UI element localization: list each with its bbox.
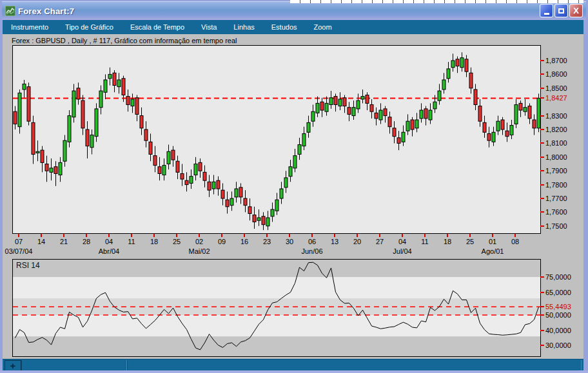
- close-button[interactable]: X: [569, 4, 583, 17]
- price-axis-label: 1,7900: [545, 167, 567, 175]
- price-axis-tick: [540, 142, 544, 144]
- price-axis-tick: [540, 129, 544, 130]
- restore-button[interactable]: [554, 4, 568, 17]
- price-axis-label: 50,0000: [545, 311, 571, 319]
- price-axis-label: 1,7700: [545, 195, 567, 202]
- menu-item-linhas[interactable]: Linhas: [225, 19, 262, 34]
- menu-item-tipo-de-grafico[interactable]: Tipo de Gráfico: [57, 19, 122, 34]
- candle-up: [212, 182, 215, 189]
- date-axis-tick: [424, 234, 426, 237]
- background-window-edge: [290, 0, 583, 3]
- price-axis-label: 1,8700: [545, 57, 567, 64]
- candle-up: [447, 69, 450, 79]
- candle-up: [99, 91, 103, 108]
- price-axis-label: 1,8427: [545, 94, 567, 102]
- date-axis-label: 04: [395, 238, 410, 245]
- price-axis-tick: [540, 115, 544, 117]
- candle-down: [158, 167, 161, 174]
- price-axis-label: 1,7600: [545, 208, 567, 216]
- candle-down: [140, 116, 143, 128]
- horizontal-scroll-track[interactable]: [127, 360, 582, 370]
- chart-line-icon[interactable]: [5, 6, 15, 16]
- minimize-button[interactable]: [540, 4, 553, 17]
- date-axis-label: 16: [237, 238, 252, 245]
- candle-up: [131, 99, 134, 106]
- candle-down: [176, 161, 179, 172]
- menu-item-estudos[interactable]: Estudos: [263, 19, 306, 34]
- candle-down: [487, 133, 491, 140]
- chart-info-header: Forex : GBPUSD , Daily , # 117, Gráfico …: [12, 37, 237, 44]
- candle-down: [528, 106, 531, 119]
- date-axis-tick: [492, 234, 493, 237]
- candle-down: [465, 59, 468, 72]
- menu-item-zoom[interactable]: Zoom: [306, 19, 340, 34]
- menu-item-vista[interactable]: Vista: [193, 19, 225, 34]
- candle-up: [167, 151, 170, 164]
- menu-item-instrumento[interactable]: Instrumento: [3, 19, 57, 34]
- date-axis-label: 04: [101, 238, 117, 245]
- date-axis-tick: [63, 234, 64, 237]
- price-chart-canvas[interactable]: [12, 45, 541, 234]
- date-axis-tick: [447, 234, 448, 237]
- rsi-chart-canvas[interactable]: [12, 259, 541, 357]
- candle-up: [257, 218, 260, 220]
- window-frame-bottom: [0, 370, 588, 373]
- candle-down: [199, 162, 202, 171]
- candle-down: [483, 122, 486, 132]
- candle-up: [298, 145, 301, 155]
- price-axis-label: 1,8500: [545, 84, 567, 92]
- month-axis-label: Jun/06: [294, 247, 330, 255]
- candle-up: [451, 61, 455, 68]
- date-axis-tick: [176, 234, 177, 237]
- candle-down: [397, 138, 400, 144]
- close-icon: X: [573, 6, 579, 15]
- candle-up: [420, 110, 423, 119]
- price-axis-tick: [540, 157, 544, 158]
- candle-down: [203, 172, 206, 180]
- candle-up: [95, 109, 98, 137]
- menu-item-escala-de-tempo[interactable]: Escala de Tempo: [122, 19, 193, 34]
- date-axis-label: 07: [11, 238, 26, 245]
- date-axis-tick: [153, 234, 155, 237]
- price-axis-label: 65,0000: [545, 289, 571, 296]
- price-axis-label: 1,8000: [545, 153, 567, 161]
- date-axis-tick: [402, 234, 403, 237]
- candle-up: [438, 91, 441, 100]
- price-axis-tick: [540, 198, 544, 199]
- candle-down: [424, 109, 427, 119]
- candle-down: [411, 120, 414, 129]
- title-bar[interactable]: Forex Chart:7 X: [2, 1, 586, 20]
- candle-up: [352, 108, 355, 116]
- date-axis-label: 18: [440, 238, 455, 245]
- candle-up: [284, 178, 288, 187]
- price-axis-label: 1,8200: [545, 126, 567, 133]
- candle-up: [271, 209, 274, 216]
- date-axis-tick: [289, 234, 290, 237]
- candle-down: [478, 106, 482, 122]
- candle-up: [63, 140, 66, 161]
- month-axis-label: Jul/04: [384, 247, 420, 255]
- candle-down: [185, 180, 188, 184]
- price-axis-label: 1,8300: [545, 112, 567, 120]
- date-axis-label: 13: [327, 238, 342, 245]
- candle-up: [68, 116, 71, 142]
- price-axis-label: 1,8100: [545, 139, 567, 147]
- candle-up: [275, 200, 279, 211]
- candle-down: [366, 95, 369, 104]
- candle-up: [510, 126, 513, 135]
- forex-chart-window: Forex Chart:7 X InstrumentoTipo de Gráfi…: [0, 0, 588, 373]
- candle-up: [415, 120, 418, 128]
- date-axis-label: 09: [214, 238, 230, 245]
- candle-down: [501, 120, 504, 129]
- date-axis-tick: [334, 234, 335, 237]
- candle-up: [59, 162, 62, 175]
- date-axis-tick: [357, 234, 358, 237]
- candle-down: [348, 108, 351, 115]
- candle-down: [32, 122, 35, 154]
- price-axis-tick: [540, 276, 544, 278]
- price-axis-tick: [540, 211, 544, 213]
- minimize-icon: [544, 13, 549, 15]
- candle-down: [77, 88, 80, 99]
- candle-up: [433, 102, 436, 109]
- candle-up: [293, 156, 297, 168]
